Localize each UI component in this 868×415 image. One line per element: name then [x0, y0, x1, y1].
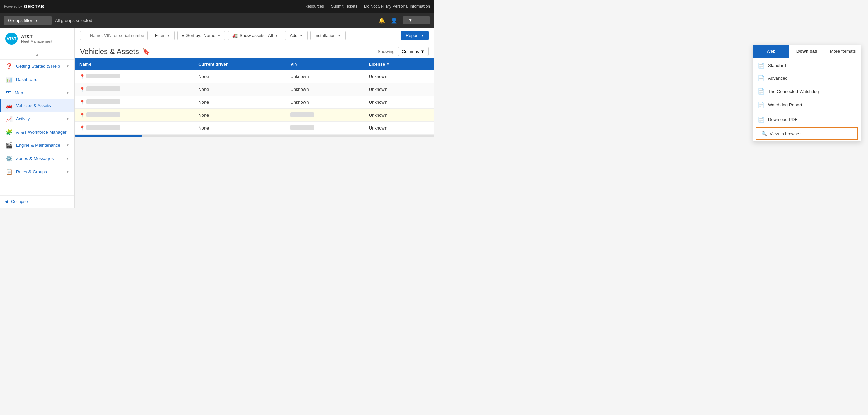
show-assets-label: Show assets: [240, 33, 266, 38]
logo-area: Powered by GEOTAB [4, 4, 44, 9]
cell-pin: 📍 [75, 96, 194, 109]
user-menu-button[interactable]: ▼ [403, 16, 430, 24]
sidebar-item-label-rules: Rules & Groups [16, 169, 66, 174]
brand-name: AT&T [21, 34, 52, 40]
submit-tickets-link[interactable]: Submit Tickets [331, 4, 357, 9]
cell-license: Unknown [364, 83, 434, 96]
sort-value: Name [203, 33, 215, 38]
horizontal-scrollbar-thumb [75, 135, 142, 137]
main-layout: AT&T AT&T Fleet Management ▲ ❓ Getting S… [0, 28, 434, 208]
filter-button[interactable]: Filter ▼ [151, 31, 175, 40]
showing-text: Showing [378, 49, 395, 54]
columns-button[interactable]: Columns ▼ [398, 47, 429, 56]
sidebar-item-dashboard[interactable]: 📊 Dashboard [0, 73, 74, 86]
sidebar-item-rules[interactable]: 📋 Rules & Groups ▼ [0, 165, 74, 178]
chevron-down-icon-engine: ▼ [66, 143, 70, 147]
cell-driver: None [194, 70, 285, 83]
sidebar-item-getting-started[interactable]: ❓ Getting Started & Help ▼ [0, 60, 74, 73]
cell-vin [285, 109, 364, 122]
col-license: License # [364, 58, 434, 70]
sort-button[interactable]: ≡ Sort by: Name ▼ [177, 31, 225, 40]
groups-bar: Groups filter ▼ All groups selected 🔔 👤 … [0, 13, 434, 28]
workforce-icon: 🧩 [6, 129, 13, 135]
show-assets-button[interactable]: 🚛 Show assets: All ▼ [228, 31, 283, 40]
sidebar-brand-text: AT&T Fleet Management [21, 34, 52, 44]
chevron-down-icon-map: ▼ [66, 91, 70, 95]
cell-license: Unknown [364, 96, 434, 109]
content-area: 🔍 Filter ▼ ≡ Sort by: Name ▼ 🚛 Show asse… [75, 28, 434, 208]
sidebar-item-label-vehicles: Vehicles & Assets [16, 103, 70, 108]
att-logo: AT&T [5, 33, 18, 45]
do-not-sell-link[interactable]: Do Not Sell My Personal Information [364, 4, 430, 9]
collapse-label: Collapse [11, 199, 28, 204]
cell-pin: 📍 [75, 70, 194, 83]
bookmark-icon[interactable]: 🔖 [142, 48, 150, 55]
sidebar-scroll-up[interactable]: ▲ [0, 50, 74, 60]
page-title-text: Vehicles & Assets [80, 47, 139, 56]
user-menu-arrow-icon: ▼ [408, 18, 412, 23]
top-bar-right: Resources Submit Tickets Do Not Sell My … [305, 4, 430, 9]
sort-lines-icon: ≡ [182, 33, 184, 38]
vehicles-table: Name Current driver VIN License # 📍 None… [75, 58, 434, 135]
table-row[interactable]: 📍 None Unknown Unknown [75, 70, 434, 83]
sort-arrow-icon: ▼ [217, 34, 221, 37]
vehicle-name-blurred [86, 74, 120, 78]
sidebar-item-label-dashboard: Dashboard [16, 77, 70, 82]
horizontal-scrollbar[interactable] [75, 135, 434, 137]
toolbar: 🔍 Filter ▼ ≡ Sort by: Name ▼ 🚛 Show asse… [75, 28, 434, 43]
cell-pin: 📍 [75, 122, 194, 135]
engine-icon: 🎬 [6, 142, 13, 149]
activity-icon: 📈 [6, 116, 13, 122]
resources-link[interactable]: Resources [305, 4, 324, 9]
cell-driver: None [194, 109, 285, 122]
sidebar-item-label-getting-started: Getting Started & Help [16, 64, 66, 69]
sidebar-item-activity[interactable]: 📈 Activity ▼ [0, 112, 74, 125]
cell-vin: Unknown [285, 96, 364, 109]
user-profile-icon[interactable]: 👤 [391, 17, 397, 24]
sidebar-item-vehicles[interactable]: 🚗 Vehicles & Assets [0, 99, 74, 112]
page-header: Vehicles & Assets 🔖 Showing Columns ▼ [75, 43, 434, 58]
cell-vin: Unknown [285, 70, 364, 83]
filter-arrow-icon: ▼ [167, 34, 170, 37]
cell-pin: 📍 [75, 83, 194, 96]
cell-vin: Unknown [285, 83, 364, 96]
columns-label: Columns [402, 49, 419, 54]
table-row[interactable]: 📍 None Unknown [75, 122, 434, 135]
att-logo-text: AT&T [7, 37, 17, 41]
groups-filter-label: Groups filter [8, 18, 32, 23]
page-title: Vehicles & Assets 🔖 [80, 47, 150, 56]
geotab-brand: GEOTAB [24, 4, 45, 9]
table-row[interactable]: 📍 None Unknown Unknown [75, 96, 434, 109]
table-row[interactable]: 📍 None Unknown Unknown [75, 83, 434, 96]
sidebar-item-engine[interactable]: 🎬 Engine & Maintenance ▼ [0, 139, 74, 152]
sidebar-item-map[interactable]: 🗺 Map ▼ [0, 86, 74, 99]
table-row[interactable]: 📍 None Unknown [75, 109, 434, 122]
sidebar-item-workforce[interactable]: 🧩 AT&T Workforce Manager [0, 125, 74, 139]
sidebar-logo-area: AT&T AT&T Fleet Management [0, 28, 74, 50]
search-input[interactable] [80, 31, 148, 40]
zones-icon: ⚙️ [6, 155, 13, 162]
cell-license: Unknown [364, 109, 434, 122]
chevron-down-icon: ▼ [66, 64, 70, 68]
vehicle-name-blurred [86, 99, 120, 104]
cell-pin: 📍 [75, 109, 194, 122]
cell-driver: None [194, 83, 285, 96]
vin-blurred [290, 125, 314, 130]
add-button[interactable]: Add ▼ [285, 31, 307, 40]
report-arrow-icon: ▼ [421, 34, 424, 37]
report-button[interactable]: Report ▼ [401, 31, 429, 40]
location-pin-icon: 📍 [79, 100, 85, 105]
brand-subtitle: Fleet Management [21, 39, 52, 43]
map-icon: 🗺 [6, 90, 11, 96]
show-assets-arrow-icon: ▼ [275, 34, 278, 37]
groups-filter-arrow-icon: ▼ [35, 19, 38, 22]
sidebar-collapse-button[interactable]: ◀ Collapse [0, 195, 74, 208]
filter-label: Filter [155, 33, 165, 38]
vehicles-icon: 🚗 [6, 102, 13, 109]
notification-bell-icon[interactable]: 🔔 [378, 17, 385, 24]
groups-selected-text: All groups selected [55, 18, 92, 23]
installation-button[interactable]: Installation ▼ [310, 31, 346, 40]
groups-filter-button[interactable]: Groups filter ▼ [4, 16, 52, 25]
sidebar-item-zones[interactable]: ⚙️ Zones & Messages ▼ [0, 152, 74, 165]
chevron-down-icon-zones: ▼ [66, 157, 70, 160]
